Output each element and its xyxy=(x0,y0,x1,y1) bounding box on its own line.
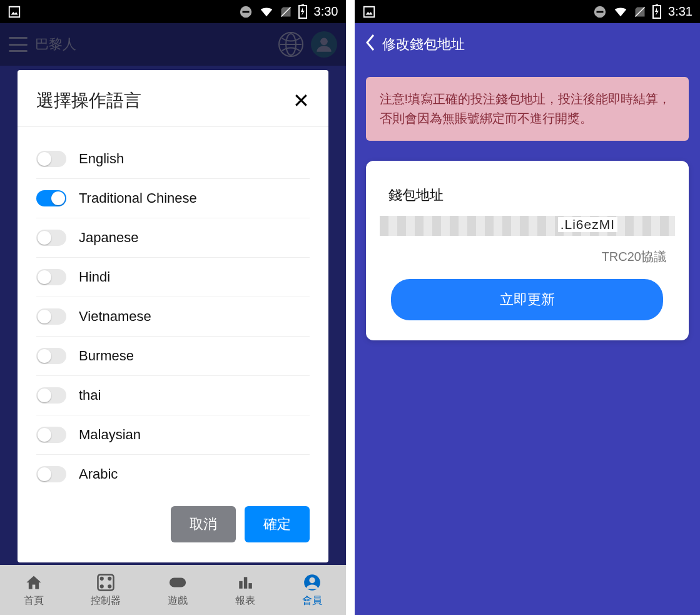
svg-rect-15 xyxy=(243,577,246,588)
status-bar: 3:31 xyxy=(355,0,701,23)
nav-item-person[interactable]: 會員 xyxy=(302,573,322,607)
language-item[interactable]: Malaysian xyxy=(36,415,310,455)
cancel-button[interactable]: 取消 xyxy=(171,506,236,542)
phone-right: 3:31 修改錢包地址 注意!填寫正確的投注錢包地址，投注後能即時結算，否則會因… xyxy=(355,0,701,615)
svg-rect-16 xyxy=(248,583,251,589)
wallet-address-partial: .Li6ezMI xyxy=(558,217,617,232)
language-list: EnglishTraditional ChineseJapaneseHindiV… xyxy=(18,127,328,491)
language-item[interactable]: thai xyxy=(36,376,310,415)
language-item[interactable]: Japanese xyxy=(36,218,310,258)
language-label: Malaysian xyxy=(79,427,141,443)
dnd-icon xyxy=(239,5,253,19)
svg-point-10 xyxy=(108,577,111,579)
svg-point-9 xyxy=(101,577,103,579)
nav-label: 會員 xyxy=(302,594,322,607)
confirm-button[interactable]: 確定 xyxy=(245,506,310,542)
svg-rect-13 xyxy=(170,577,186,587)
dpad-icon xyxy=(96,573,115,592)
language-label: Japanese xyxy=(79,230,138,246)
status-bar: 3:30 xyxy=(0,0,346,23)
nav-item-gamepad[interactable]: 遊戲 xyxy=(168,573,188,607)
protocol-text: TRC20協議 xyxy=(380,248,667,265)
nav-label: 控制器 xyxy=(91,594,121,607)
wifi-icon xyxy=(259,5,274,19)
language-toggle[interactable] xyxy=(36,387,66,404)
dnd-icon xyxy=(593,5,607,19)
nav-item-chart[interactable]: 報表 xyxy=(235,573,255,607)
nav-label: 首頁 xyxy=(24,594,44,607)
phone-left: 3:30 巴黎人 選擇操作語言 ✕ EnglishTraditional Chi… xyxy=(0,0,346,615)
gamepad-icon xyxy=(168,573,187,592)
language-toggle[interactable] xyxy=(36,348,66,364)
language-item[interactable]: English xyxy=(36,140,310,179)
nav-label: 報表 xyxy=(235,594,255,607)
svg-point-18 xyxy=(309,577,315,582)
wallet-label: 錢包地址 xyxy=(388,186,667,205)
chart-icon xyxy=(236,573,255,592)
wallet-card: 錢包地址 .Li6ezMI TRC20協議 立即更新 xyxy=(366,161,689,340)
image-icon xyxy=(8,5,21,19)
language-toggle[interactable] xyxy=(36,308,66,325)
language-toggle[interactable] xyxy=(36,466,66,482)
page-header: 修改錢包地址 xyxy=(355,23,701,66)
language-label: English xyxy=(79,151,124,167)
svg-point-12 xyxy=(108,585,111,587)
person-icon xyxy=(303,573,322,592)
language-label: Vietnamese xyxy=(79,308,151,325)
language-modal: 選擇操作語言 ✕ EnglishTraditional ChineseJapan… xyxy=(18,70,328,562)
language-toggle[interactable] xyxy=(36,269,66,285)
status-time: 3:31 xyxy=(668,4,692,19)
language-toggle[interactable] xyxy=(36,427,66,443)
language-label: Burmese xyxy=(79,348,134,364)
modal-title: 選擇操作語言 xyxy=(36,89,141,113)
svg-rect-4 xyxy=(302,4,304,6)
svg-rect-23 xyxy=(656,4,658,6)
language-toggle[interactable] xyxy=(36,151,66,167)
svg-rect-8 xyxy=(98,574,113,590)
nav-item-dpad[interactable]: 控制器 xyxy=(91,573,121,607)
nav-item-home[interactable]: 首頁 xyxy=(24,573,44,607)
svg-rect-1 xyxy=(242,11,249,13)
update-button[interactable]: 立即更新 xyxy=(391,279,663,320)
image-icon xyxy=(362,5,376,19)
battery-icon xyxy=(298,4,308,19)
wifi-icon xyxy=(613,5,628,19)
back-icon[interactable] xyxy=(365,34,376,56)
nav-label: 遊戲 xyxy=(168,594,188,607)
language-label: Hindi xyxy=(79,269,110,285)
battery-icon xyxy=(652,4,662,19)
svg-rect-14 xyxy=(239,581,242,588)
language-label: Arabic xyxy=(79,466,118,482)
close-icon[interactable]: ✕ xyxy=(293,89,310,113)
wallet-address-input[interactable]: .Li6ezMI xyxy=(380,216,676,236)
language-item[interactable]: Burmese xyxy=(36,337,310,376)
warning-message: 注意!填寫正確的投注錢包地址，投注後能即時結算，否則會因為無賬號綁定而不進行開獎… xyxy=(366,77,689,141)
language-item[interactable]: Hindi xyxy=(36,258,310,297)
page-title: 修改錢包地址 xyxy=(382,35,465,54)
language-toggle[interactable] xyxy=(36,230,66,246)
language-label: thai xyxy=(79,387,101,404)
home-icon xyxy=(24,573,43,592)
language-item[interactable]: Vietnamese xyxy=(36,297,310,337)
svg-rect-20 xyxy=(597,11,604,13)
language-item[interactable]: Arabic xyxy=(36,455,310,491)
sim-icon xyxy=(280,5,292,19)
sim-icon xyxy=(634,5,646,19)
bottom-nav: 首頁控制器遊戲報表會員 xyxy=(0,565,346,615)
status-time: 3:30 xyxy=(314,4,338,19)
language-toggle[interactable] xyxy=(36,190,66,206)
svg-point-11 xyxy=(101,585,103,587)
language-item[interactable]: Traditional Chinese xyxy=(36,179,310,218)
language-label: Traditional Chinese xyxy=(79,190,197,206)
